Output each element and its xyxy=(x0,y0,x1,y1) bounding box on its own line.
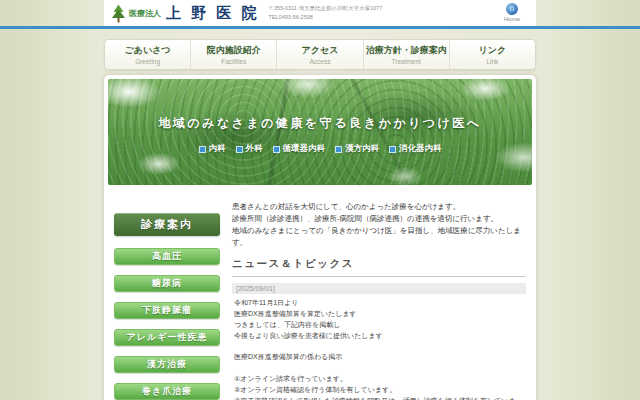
accent-divider xyxy=(0,26,640,29)
department-item: 循環器内科 xyxy=(273,143,326,155)
intro-line: 地域のみなさまにとっての「良きかかりつけ医」を目指し、地域医療に尽力いたします。 xyxy=(232,225,526,249)
header: 医療法人 上 野 医 院 〒355-0311 埼玉県比企郡小川町大字大塚1077… xyxy=(0,0,640,26)
sidebar-item-ingrown-nail[interactable]: 巻き爪治療 xyxy=(114,383,220,400)
sidebar-menu: 診療案内 高血圧 糖尿病 下肢静脈瘤 アレルギー性疾患 漢方治療 巻き爪治療 xyxy=(114,201,220,400)
tree-logo-icon xyxy=(112,4,125,23)
department-item: 内科 xyxy=(199,143,226,155)
nav-label: ごあいさつ xyxy=(125,44,171,57)
dept-square-icon xyxy=(389,146,396,153)
department-item: 外科 xyxy=(236,143,263,155)
nav-label: アクセス xyxy=(302,44,339,57)
department-list: 内科 外科 循環器内科 漢方内科 消化器内科 xyxy=(108,143,532,155)
sidebar-item-allergy[interactable]: アレルギー性疾患 xyxy=(114,329,220,346)
nav-sublabel: Access xyxy=(310,58,331,65)
sidebar-item-varicose-veins[interactable]: 下肢静脈瘤 xyxy=(114,302,220,319)
clinic-name: 上 野 医 院 xyxy=(166,4,260,23)
department-label: 消化器内科 xyxy=(399,143,442,155)
news-line: ③電子資格確認をして取得した診療情報を閲覧又は、活用し診療を行う体制を有していま… xyxy=(232,396,526,400)
intro-line: 患者さんとの対話を大切にして、心のかよった診療を心がけます。 xyxy=(232,201,526,213)
dept-square-icon xyxy=(273,146,280,153)
home-button[interactable]: ⌂ Home xyxy=(504,3,520,22)
news-line: 今後もより良い診療を患者様に提供いたします xyxy=(232,331,526,342)
nav-item-link[interactable]: リンク Link xyxy=(449,40,535,69)
dept-square-icon xyxy=(236,146,243,153)
news-line: ②オンライン資格確認を行う体制を有しています。 xyxy=(232,385,526,396)
address-line: 〒355-0311 埼玉県比企郡小川町大字大塚1077 xyxy=(269,4,383,13)
department-label: 内科 xyxy=(209,143,226,155)
news-line: ①オンライン請求を行っています。 xyxy=(232,374,526,385)
content-card: 地域のみなさまの健康を守る良きかかりつけ医へ 内科 外科 循環器内科 漢方内科 … xyxy=(104,75,536,400)
news-line: つきましては、下記内容を掲載し xyxy=(232,320,526,331)
department-label: 外科 xyxy=(246,143,263,155)
nav-label: 治療方針・診療案内 xyxy=(366,44,447,57)
news-line: 医療DX推進整備加算を算定いたします xyxy=(232,309,526,320)
news-date-badge: [2025/09/01] xyxy=(232,283,526,294)
nav-sublabel: Link xyxy=(486,58,498,65)
nav-label: リンク xyxy=(479,44,507,57)
nav-label: 院内施設紹介 xyxy=(207,44,261,57)
department-label: 循環器内科 xyxy=(283,143,326,155)
news-entry: [2025/09/01] 令和7年11月1日より 医療DX推進整備加算を算定いた… xyxy=(232,283,526,400)
sidebar-item-kampo[interactable]: 漢方治療 xyxy=(114,356,220,373)
intro-text: 患者さんとの対話を大切にして、心のかよった診療を心がけます。 診療所間（診診連携… xyxy=(232,201,526,249)
sidebar-item-hypertension[interactable]: 高血圧 xyxy=(114,248,220,265)
nav-item-treatment[interactable]: 治療方針・診療案内 Treatment xyxy=(363,40,449,69)
hero-image: 地域のみなさまの健康を守る良きかかりつけ医へ 内科 外科 循環器内科 漢方内科 … xyxy=(108,79,532,185)
page-background: { "header": { "org_type": "医療法人", "clini… xyxy=(0,0,640,400)
sidebar-item-diabetes[interactable]: 糖尿病 xyxy=(114,275,220,292)
news-line: 医療DX推進整備加算の係わる掲示 xyxy=(232,352,526,363)
news-line xyxy=(232,363,526,374)
news-line xyxy=(232,341,526,352)
hero-catchphrase: 地域のみなさまの健康を守る良きかかりつけ医へ xyxy=(108,115,532,132)
dept-square-icon xyxy=(335,146,342,153)
main-nav: ごあいさつ Greeting 院内施設紹介 Facilities アクセス Ac… xyxy=(104,39,536,70)
department-item: 漢方内科 xyxy=(335,143,379,155)
nav-item-access[interactable]: アクセス Access xyxy=(276,40,362,69)
clinic-address: 〒355-0311 埼玉県比企郡小川町大字大塚1077 TEL0493-56-2… xyxy=(269,4,383,22)
main-content: 患者さんとの対話を大切にして、心のかよった診療を心がけます。 診療所間（診診連携… xyxy=(220,201,526,400)
nav-item-facilities[interactable]: 院内施設紹介 Facilities xyxy=(190,40,276,69)
news-line: 令和7年11月1日より xyxy=(232,298,526,309)
department-label: 漢方内科 xyxy=(345,143,379,155)
dept-square-icon xyxy=(199,146,206,153)
department-item: 消化器内科 xyxy=(389,143,442,155)
home-icon[interactable]: ⌂ xyxy=(506,3,518,15)
home-label: Home xyxy=(504,16,520,22)
intro-line: 診療所間（診診連携）、診療所-病院間（病診連携）の連携を適切に行います。 xyxy=(232,213,526,225)
sidebar-header-shinryo-annai[interactable]: 診療案内 xyxy=(114,213,220,236)
nav-item-greeting[interactable]: ごあいさつ Greeting xyxy=(105,40,190,69)
org-type-label: 医療法人 xyxy=(129,8,161,19)
nav-sublabel: Greeting xyxy=(135,58,160,65)
nav-sublabel: Treatment xyxy=(392,58,421,65)
tel-line: TEL0493-56-2508 xyxy=(269,13,383,22)
clinic-logo[interactable]: 医療法人 上 野 医 院 xyxy=(112,4,260,23)
news-topics-heading: ニュース＆トピックス xyxy=(232,257,526,277)
nav-sublabel: Facilities xyxy=(221,58,246,65)
